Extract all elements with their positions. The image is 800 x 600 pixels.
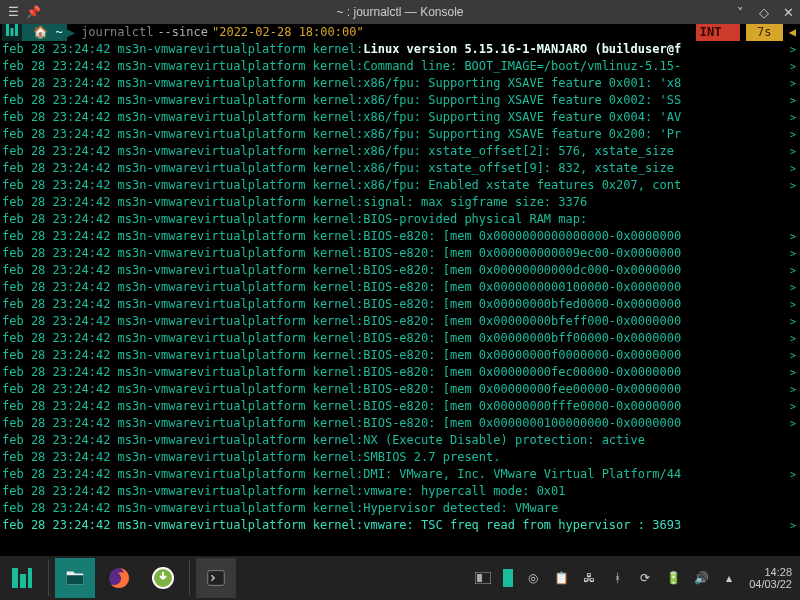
window-titlebar: ☰ 📌 ~ : journalctl — Konsole ˅ ◇ ✕: [0, 0, 800, 24]
window-title: ~ : journalctl — Konsole: [336, 5, 463, 19]
minimize-button[interactable]: ˅: [732, 4, 748, 20]
svg-rect-1: [11, 28, 14, 36]
log-line: feb 28 23:24:42 ms3n-vmwarevirtualplatfo…: [2, 177, 798, 194]
clipboard-icon[interactable]: 📋: [553, 570, 569, 586]
taskbar-separator: [189, 560, 190, 596]
log-line: feb 28 23:24:42 ms3n-vmwarevirtualplatfo…: [2, 449, 798, 466]
log-line: feb 28 23:24:42 ms3n-vmwarevirtualplatfo…: [2, 194, 798, 211]
time-arrow-icon: ◀: [789, 24, 796, 41]
log-line: feb 28 23:24:42 ms3n-vmwarevirtualplatfo…: [2, 364, 798, 381]
volume-icon[interactable]: 🔊: [693, 570, 709, 586]
file-manager-launcher[interactable]: [55, 558, 95, 598]
log-line: feb 28 23:24:42 ms3n-vmwarevirtualplatfo…: [2, 245, 798, 262]
pin-icon[interactable]: 📌: [26, 5, 40, 19]
log-line: feb 28 23:24:42 ms3n-vmwarevirtualplatfo…: [2, 296, 798, 313]
workspace-icon[interactable]: [503, 569, 513, 587]
app-menu-icon[interactable]: ☰: [6, 5, 20, 19]
battery-icon[interactable]: 🔋: [665, 570, 681, 586]
svg-rect-9: [208, 571, 225, 586]
svg-rect-4: [20, 574, 26, 588]
log-line: feb 28 23:24:42 ms3n-vmwarevirtualplatfo…: [2, 143, 798, 160]
log-line: feb 28 23:24:42 ms3n-vmwarevirtualplatfo…: [2, 415, 798, 432]
log-line: feb 28 23:24:42 ms3n-vmwarevirtualplatfo…: [2, 483, 798, 500]
log-line: feb 28 23:24:42 ms3n-vmwarevirtualplatfo…: [2, 432, 798, 449]
manjaro-icon: [2, 24, 22, 41]
terminal-output[interactable]: 🏠 ~ ▶ journalctl --since "2022-02-28 18:…: [0, 24, 800, 556]
taskbar: ◎ 📋 🖧 ᚼ ⟳ 🔋 🔊 ▴ 14:28 04/03/22: [0, 556, 800, 600]
log-line: feb 28 23:24:42 ms3n-vmwarevirtualplatfo…: [2, 109, 798, 126]
updates-icon[interactable]: ⟳: [637, 570, 653, 586]
network-icon[interactable]: 🖧: [581, 570, 597, 586]
svg-rect-3: [12, 568, 18, 588]
maximize-button[interactable]: ◇: [756, 4, 772, 20]
svg-rect-11: [477, 574, 482, 582]
clock-time: 14:28: [749, 566, 792, 578]
status-int-badge: INT ✘: [696, 24, 740, 41]
clock-date: 04/03/22: [749, 578, 792, 590]
svg-rect-0: [6, 24, 9, 36]
firefox-launcher[interactable]: [99, 558, 139, 598]
clock[interactable]: 14:28 04/03/22: [749, 566, 792, 590]
log-line: feb 28 23:24:42 ms3n-vmwarevirtualplatfo…: [2, 517, 798, 534]
log-line: feb 28 23:24:42 ms3n-vmwarevirtualplatfo…: [2, 211, 798, 228]
log-line: feb 28 23:24:42 ms3n-vmwarevirtualplatfo…: [2, 228, 798, 245]
svg-rect-2: [15, 24, 18, 36]
command-flag: --since: [157, 24, 208, 41]
log-line: feb 28 23:24:42 ms3n-vmwarevirtualplatfo…: [2, 381, 798, 398]
command-name: journalctl: [81, 24, 153, 41]
desktop-switcher-icon[interactable]: [475, 570, 491, 586]
log-line: feb 28 23:24:42 ms3n-vmwarevirtualplatfo…: [2, 58, 798, 75]
konsole-task[interactable]: [196, 558, 236, 598]
tray-expand-icon[interactable]: ▴: [721, 570, 737, 586]
bluetooth-icon[interactable]: ᚼ: [609, 570, 625, 586]
downloads-launcher[interactable]: [143, 558, 183, 598]
start-menu-button[interactable]: [2, 558, 42, 598]
log-line: feb 28 23:24:42 ms3n-vmwarevirtualplatfo…: [2, 75, 798, 92]
log-line: feb 28 23:24:42 ms3n-vmwarevirtualplatfo…: [2, 92, 798, 109]
log-line: feb 28 23:24:42 ms3n-vmwarevirtualplatfo…: [2, 398, 798, 415]
prompt-line: 🏠 ~ ▶ journalctl --since "2022-02-28 18:…: [2, 24, 798, 41]
status-elapsed-badge: 7s: [746, 24, 783, 41]
log-line: feb 28 23:24:42 ms3n-vmwarevirtualplatfo…: [2, 313, 798, 330]
log-line: feb 28 23:24:42 ms3n-vmwarevirtualplatfo…: [2, 126, 798, 143]
system-tray: ◎ 📋 🖧 ᚼ ⟳ 🔋 🔊 ▴ 14:28 04/03/22: [475, 566, 800, 590]
tray-icon[interactable]: ◎: [525, 570, 541, 586]
svg-rect-5: [28, 568, 32, 588]
log-line: feb 28 23:24:42 ms3n-vmwarevirtualplatfo…: [2, 330, 798, 347]
close-button[interactable]: ✕: [780, 4, 796, 20]
prompt-arrow-icon: ▶: [67, 24, 75, 41]
log-line: feb 28 23:24:42 ms3n-vmwarevirtualplatfo…: [2, 500, 798, 517]
log-line: feb 28 23:24:42 ms3n-vmwarevirtualplatfo…: [2, 160, 798, 177]
log-line: feb 28 23:24:42 ms3n-vmwarevirtualplatfo…: [2, 347, 798, 364]
log-line: feb 28 23:24:42 ms3n-vmwarevirtualplatfo…: [2, 41, 798, 58]
log-line: feb 28 23:24:42 ms3n-vmwarevirtualplatfo…: [2, 466, 798, 483]
taskbar-separator: [48, 560, 49, 596]
command-arg: "2022-02-28 18:00:00": [212, 24, 364, 41]
log-line: feb 28 23:24:42 ms3n-vmwarevirtualplatfo…: [2, 279, 798, 296]
prompt-cwd: 🏠 ~: [22, 24, 67, 41]
log-line: feb 28 23:24:42 ms3n-vmwarevirtualplatfo…: [2, 262, 798, 279]
